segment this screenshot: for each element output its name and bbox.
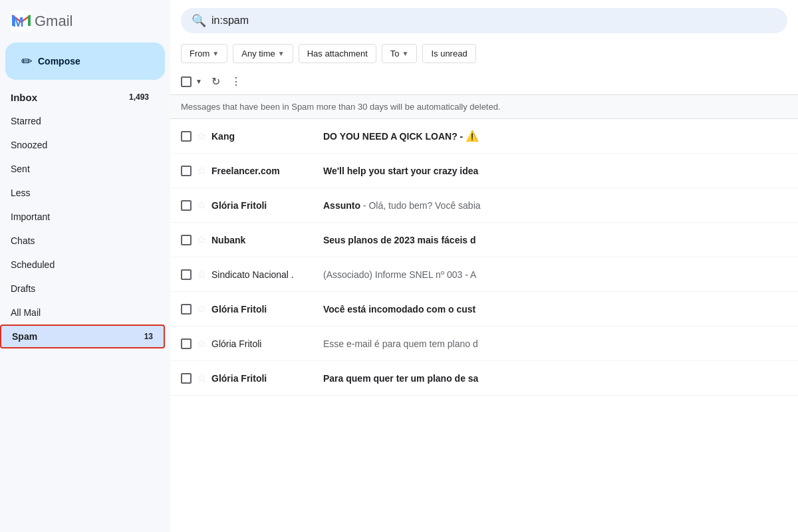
email-checkbox[interactable] [181,166,192,176]
star-icon[interactable]: ☆ [197,372,206,384]
subject-text: Assunto [323,200,363,211]
sidebar-item-label-drafts: Drafts [11,283,35,294]
sidebar-item-starred[interactable]: Starred [0,109,160,133]
email-checkbox[interactable] [181,269,192,280]
star-icon[interactable]: ☆ [197,130,206,142]
email-checkbox[interactable] [181,131,192,142]
email-row[interactable]: ☆NubankSeus planos de 2023 mais fáceis d [170,223,798,257]
filter-to-button[interactable]: To▼ [382,44,418,63]
sidebar-item-scheduled[interactable]: Scheduled [0,253,160,277]
sidebar-item-label-sent: Sent [11,164,30,174]
sidebar-item-chats[interactable]: Chats [0,229,160,253]
email-list: ☆KangDO YOU NEED A QICK LOAN? - ⚠️☆Freel… [170,119,798,532]
sidebar: M Gmail ✏ Compose Inbox1,493StarredSnooz… [0,0,170,532]
refresh-button[interactable]: ↻ [207,71,224,92]
email-subject-area: Assunto - Olá, tudo bem? Você sabia [323,200,787,211]
email-row[interactable]: ☆Sindicato Nacional .(Associado) Informe… [170,257,798,292]
email-subject-area: Você está incomodado com o cust [323,304,787,315]
sidebar-item-label-snoozed: Snoozed [11,140,47,150]
email-subject-area: Seus planos de 2023 mais fáceis d [323,235,787,245]
email-checkbox[interactable] [181,338,192,349]
toolbar: ▼ ↻ ⋮ [170,68,798,94]
star-icon[interactable]: ☆ [197,268,206,281]
email-subject-area: (Associado) Informe SNEL nº 003 - A [323,269,787,280]
gmail-label: Gmail [35,13,72,30]
star-icon[interactable]: ☆ [197,164,206,177]
select-all-wrapper: ▼ [181,75,205,88]
spam-notice: Messages that have been in Spam more tha… [170,94,798,119]
sidebar-item-label-chats: Chats [11,235,35,246]
app-header: M Gmail [0,5,170,43]
gmail-m-icon: M [11,11,32,32]
svg-text:M: M [13,15,24,29]
more-options-button[interactable]: ⋮ [227,71,245,92]
sender-name: Nubank [211,235,318,245]
filter-bar: From▼Any time▼Has attachmentTo▼Is unread [170,41,798,68]
warning-icon: ⚠️ [466,130,479,142]
sidebar-item-important[interactable]: Important [0,205,160,229]
select-all-checkbox[interactable] [181,76,192,87]
compose-label: Compose [38,56,80,66]
select-dropdown-button[interactable]: ▼ [193,75,205,88]
email-subject-area: Esse e-mail é para quem tem plano d [323,338,787,349]
email-checkbox[interactable] [181,373,192,384]
spam-notice-text: Messages that have been in Spam more tha… [181,102,501,112]
sender-name: Glória Fritoli [211,304,318,315]
star-icon[interactable]: ☆ [197,337,206,350]
email-row[interactable]: ☆KangDO YOU NEED A QICK LOAN? - ⚠️ [170,119,798,154]
search-icon: 🔍 [192,13,206,28]
email-row[interactable]: ☆Freelancer.comWe'll help you start your… [170,154,798,188]
email-checkbox[interactable] [181,200,192,211]
nav-list: Inbox1,493StarredSnoozedSentLessImportan… [0,85,170,348]
sidebar-item-label-scheduled: Scheduled [11,259,55,270]
filter-has_attachment-button[interactable]: Has attachment [299,44,376,63]
search-bar: 🔍 [181,8,787,33]
email-row[interactable]: ☆Glória FritoliEsse e-mail é para quem t… [170,327,798,361]
filter-to-label: To [390,49,400,59]
subject-preview: - Olá, tudo bem? Você sabia [363,200,481,211]
subject-preview: (Associado) Informe SNEL nº 003 - A [323,269,476,280]
sidebar-item-spam[interactable]: Spam13 [0,325,165,348]
sidebar-item-count-inbox: 1,493 [129,92,149,102]
filter-from-button[interactable]: From▼ [181,44,227,63]
filter-from-label: From [190,49,209,59]
email-row[interactable]: ☆Glória FritoliPara quem quer ter um pla… [170,361,798,396]
sidebar-item-sent[interactable]: Sent [0,157,160,181]
email-row[interactable]: ☆Glória FritoliVocê está incomodado com … [170,292,798,327]
sidebar-item-snoozed[interactable]: Snoozed [0,133,160,157]
sidebar-item-label-starred: Starred [11,116,41,126]
subject-preview: Esse e-mail é para quem tem plano d [323,338,478,349]
email-checkbox[interactable] [181,235,192,245]
main-content: 🔍 From▼Any time▼Has attachmentTo▼Is unre… [170,0,798,532]
email-subject-area: We'll help you start your crazy idea [323,166,787,176]
star-icon[interactable]: ☆ [197,233,206,246]
sidebar-item-drafts[interactable]: Drafts [0,277,160,301]
sender-name: Glória Fritoli [211,200,318,211]
email-checkbox[interactable] [181,304,192,315]
sidebar-item-label-spam: Spam [12,331,37,342]
email-subject-area: Para quem quer ter um plano de sa [323,373,787,384]
filter-has_attachment-label: Has attachment [307,49,368,59]
search-input[interactable] [211,15,777,27]
sender-name: Kang [211,131,318,142]
sidebar-item-less[interactable]: Less [0,181,160,205]
sidebar-item-label-inbox: Inbox [11,92,37,103]
sidebar-item-label-all_mail: All Mail [11,307,41,318]
subject-text: DO YOU NEED A QICK LOAN? - [323,131,466,142]
star-icon[interactable]: ☆ [197,303,206,315]
star-icon[interactable]: ☆ [197,199,206,211]
sidebar-item-count-spam: 13 [144,332,153,341]
sender-name: Glória Fritoli [211,338,318,349]
filter-is_unread-button[interactable]: Is unread [422,44,475,63]
filter-any_time-label: Any time [241,49,275,59]
sender-name: Sindicato Nacional . [211,269,318,280]
compose-button[interactable]: ✏ Compose [5,43,165,80]
filter-any_time-button[interactable]: Any time▼ [233,44,293,63]
subject-text: Você está incomodado com o cust [323,304,475,315]
filter-from-chevron-icon: ▼ [212,50,219,57]
gmail-logo: M Gmail [11,11,72,32]
sidebar-item-label-less: Less [11,188,31,198]
email-row[interactable]: ☆Glória FritoliAssunto - Olá, tudo bem? … [170,188,798,223]
sidebar-item-inbox[interactable]: Inbox1,493 [0,85,160,109]
sidebar-item-all_mail[interactable]: All Mail [0,301,160,325]
